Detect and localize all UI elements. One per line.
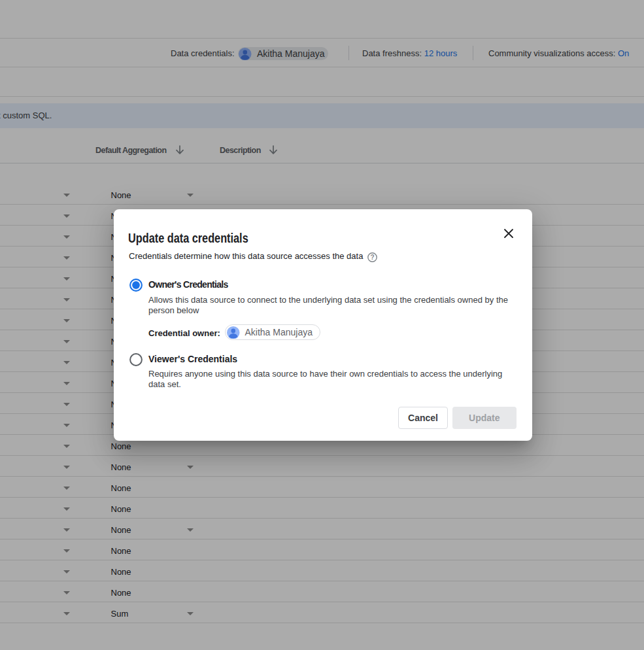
svg-text:?: ? xyxy=(370,253,374,260)
